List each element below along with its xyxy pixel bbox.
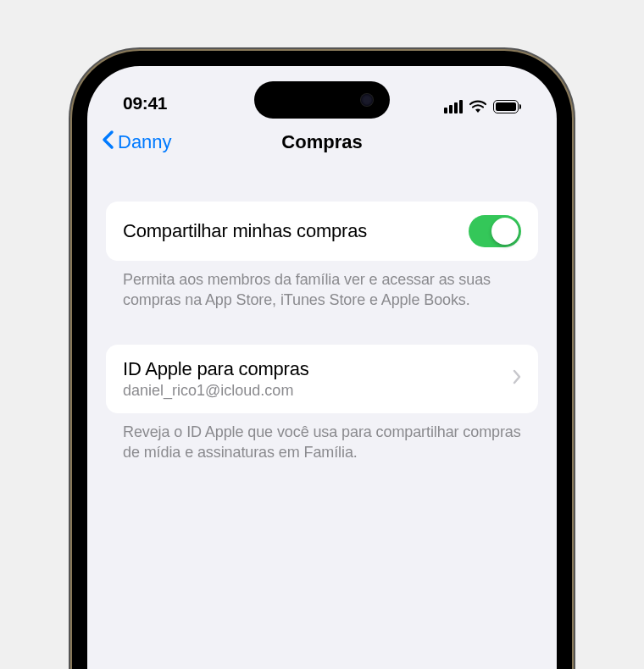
apple-id-footer: Reveja o ID Apple que você usa para comp… <box>106 413 538 463</box>
back-button[interactable]: Danny <box>101 130 172 155</box>
chevron-right-icon <box>513 369 521 388</box>
status-time: 09:41 <box>123 93 167 113</box>
share-purchases-toggle[interactable] <box>469 215 521 247</box>
cellular-icon <box>444 100 463 113</box>
chevron-left-icon <box>101 130 114 155</box>
content: Compartilhar minhas compras Permita aos … <box>87 168 557 462</box>
toggle-knob <box>491 218 519 245</box>
apple-id-cell[interactable]: ID Apple para compras daniel_rico1@iclou… <box>106 345 538 413</box>
camera-icon <box>361 94 373 106</box>
dynamic-island <box>254 81 390 119</box>
page-title: Compras <box>281 131 362 153</box>
navigation-bar: Danny Compras <box>87 117 557 168</box>
share-purchases-cell[interactable]: Compartilhar minhas compras <box>106 202 538 261</box>
apple-id-label: ID Apple para compras <box>123 358 309 380</box>
phone-frame: 09:41 <box>72 51 572 669</box>
apple-id-value: daniel_rico1@icloud.com <box>123 382 309 400</box>
wifi-icon <box>469 100 487 113</box>
back-label: Danny <box>118 131 172 153</box>
section-apple-id: ID Apple para compras daniel_rico1@iclou… <box>106 345 538 463</box>
screen: 09:41 <box>87 66 557 669</box>
battery-icon <box>493 100 521 113</box>
status-icons <box>444 100 521 113</box>
section-share-purchases: Compartilhar minhas compras Permita aos … <box>106 202 538 311</box>
share-purchases-label: Compartilhar minhas compras <box>123 220 367 242</box>
share-purchases-footer: Permita aos membros da família ver e ace… <box>106 261 538 311</box>
